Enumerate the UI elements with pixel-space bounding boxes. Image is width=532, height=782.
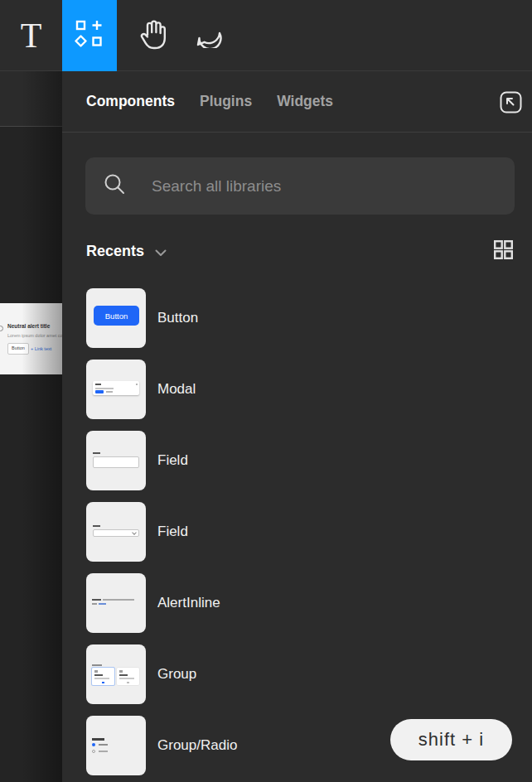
list-item-group-radio[interactable]: Group/Radio — [86, 716, 237, 775]
alertinline-thumbnail — [86, 573, 146, 633]
components-panel: Components Plugins Widgets Recents — [62, 71, 532, 782]
canvas-alert-card: Neutral alert title Lorem ipsum dolor am… — [0, 303, 62, 374]
item-label: Button — [157, 310, 198, 326]
item-label: Group/Radio — [157, 737, 237, 754]
tab-plugins[interactable]: Plugins — [200, 93, 252, 110]
panel-tab-bar: Components Plugins Widgets — [62, 71, 532, 133]
item-label: AlertInline — [157, 595, 220, 611]
item-label: Field — [157, 524, 188, 540]
canvas-top-band — [0, 71, 62, 127]
recents-header: Recents — [86, 240, 513, 262]
alert-button: Button — [7, 343, 29, 355]
chevron-down-icon[interactable] — [155, 245, 167, 260]
tab-components[interactable]: Components — [86, 93, 175, 110]
figma-window: T — [0, 0, 532, 782]
search-bar[interactable] — [85, 157, 515, 215]
item-label: Group — [157, 666, 196, 683]
open-as-window-button[interactable] — [500, 91, 522, 113]
radio-selected-icon — [92, 743, 95, 746]
hand-icon — [138, 17, 171, 54]
mini-button: Button — [94, 306, 139, 326]
field-thumbnail — [86, 431, 146, 490]
alert-link: + Link text — [31, 346, 51, 351]
hand-tool-button[interactable] — [127, 0, 181, 71]
alert-title: Neutral alert title — [7, 323, 50, 329]
components-tool-button[interactable] — [62, 0, 117, 71]
modal-thumbnail — [86, 360, 146, 419]
component-list: Button Button Modal Field — [86, 288, 237, 775]
mini-card — [117, 668, 139, 685]
search-icon — [104, 173, 126, 199]
field-select-thumbnail — [86, 502, 146, 562]
list-item-field[interactable]: Field — [86, 431, 237, 490]
mini-card — [92, 668, 114, 685]
list-item-button[interactable]: Button Button — [86, 288, 237, 348]
text-tool-icon: T — [21, 16, 42, 56]
search-input[interactable] — [150, 176, 496, 196]
info-icon — [0, 326, 3, 331]
list-item-modal[interactable]: Modal — [86, 360, 237, 419]
components-icon — [75, 19, 104, 52]
group-thumbnail — [86, 644, 146, 704]
list-item-field-select[interactable]: Field — [86, 502, 237, 562]
group-radio-thumbnail — [86, 716, 146, 775]
comment-tool-button[interactable] — [181, 0, 236, 71]
tab-widgets[interactable]: Widgets — [277, 93, 333, 110]
text-tool-button[interactable]: T — [0, 0, 62, 71]
recents-label[interactable]: Recents — [86, 243, 144, 260]
canvas-area: Neutral alert title Lorem ipsum dolor am… — [0, 71, 62, 782]
shortcut-badge: shift + i — [390, 719, 512, 760]
grid-view-icon[interactable] — [494, 240, 513, 263]
button-thumbnail: Button — [86, 288, 146, 348]
toolbar: T — [0, 0, 532, 71]
item-label: Modal — [157, 381, 196, 398]
list-item-group[interactable]: Group — [86, 644, 237, 704]
mini-modal — [93, 381, 139, 395]
item-label: Field — [157, 452, 188, 469]
list-item-alertinline[interactable]: AlertInline — [86, 573, 237, 633]
radio-unselected-icon — [92, 750, 95, 753]
comment-bubble-icon — [195, 20, 223, 51]
panel-shadow — [0, 71, 62, 782]
